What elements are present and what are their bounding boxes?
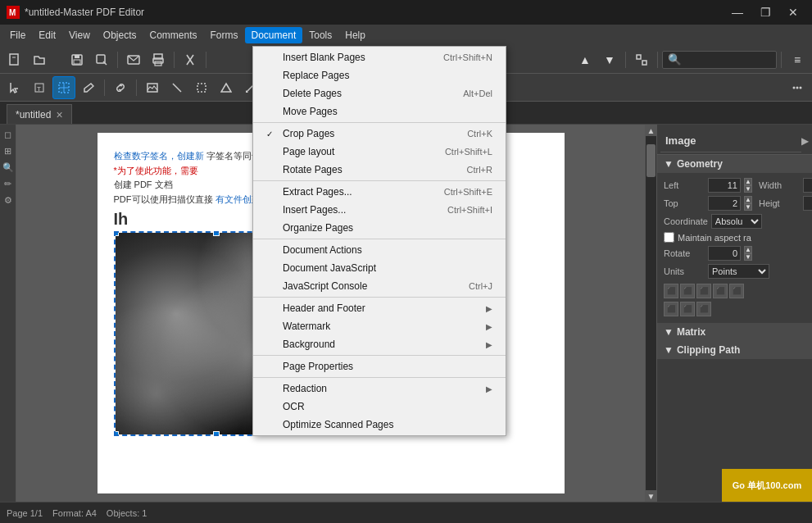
- tab-close-btn[interactable]: ×: [56, 108, 62, 121]
- new-btn[interactable]: [3, 48, 26, 71]
- tab-untitled[interactable]: *untitled ×: [7, 104, 72, 124]
- clipping-section-header[interactable]: ▼ Clipping Path: [657, 341, 812, 359]
- save-as-btn[interactable]: [90, 48, 113, 71]
- menu-help[interactable]: Help: [338, 27, 372, 43]
- cut-btn[interactable]: [179, 48, 202, 71]
- width-input[interactable]: [803, 178, 812, 193]
- crop-btn[interactable]: [190, 76, 213, 99]
- panel-btn-3[interactable]: 🔍: [2, 161, 15, 174]
- panel-btn-4[interactable]: ✏: [2, 177, 15, 190]
- align-center-btn[interactable]: ⬛: [680, 284, 695, 298]
- prev-page-btn[interactable]: ▲: [574, 48, 597, 71]
- menu-organize-pages[interactable]: Organize Pages: [253, 219, 506, 237]
- scroll-thumb[interactable]: [646, 144, 655, 177]
- menu-objects[interactable]: Objects: [97, 27, 143, 43]
- cursor2-btn[interactable]: [166, 76, 188, 99]
- menu-crop-pages[interactable]: ✓ Crop Pages Ctrl+K: [253, 125, 506, 143]
- print-btn[interactable]: [147, 48, 170, 71]
- edit-content-btn[interactable]: [77, 76, 100, 99]
- email-btn[interactable]: [122, 48, 145, 71]
- rotate-up-btn[interactable]: ▲: [744, 246, 752, 253]
- menu-file[interactable]: File: [3, 27, 32, 43]
- handle-bm[interactable]: [213, 431, 220, 436]
- menu-view[interactable]: View: [62, 27, 97, 43]
- menu-replace-pages[interactable]: Replace Pages: [253, 66, 506, 84]
- menu-page-props[interactable]: Page Properties: [253, 357, 506, 375]
- menu-js-console[interactable]: JavaScript Console Ctrl+J: [253, 277, 506, 295]
- panel-nav-arrow[interactable]: ▶: [801, 135, 809, 147]
- restore-button[interactable]: ❐: [753, 4, 778, 20]
- menu-move-pages[interactable]: Move Pages: [253, 102, 506, 121]
- search-input[interactable]: [662, 51, 777, 69]
- menu-comments[interactable]: Comments: [143, 27, 204, 43]
- units-select[interactable]: Points Inches Millimeters: [708, 264, 769, 279]
- top-input[interactable]: [708, 196, 741, 211]
- matrix-section-header[interactable]: ▼ Matrix: [657, 323, 812, 341]
- left-up-btn[interactable]: ▲: [744, 178, 752, 185]
- image-btn[interactable]: [141, 76, 164, 99]
- scroll-up-btn[interactable]: ▲: [646, 125, 657, 136]
- left-input[interactable]: [708, 178, 741, 193]
- cursor-btn[interactable]: [3, 76, 26, 99]
- open-btn[interactable]: [28, 48, 51, 71]
- units-label: Units: [664, 266, 705, 276]
- menu-doc-actions[interactable]: Document Actions: [253, 241, 506, 259]
- aspect-ratio-checkbox[interactable]: [664, 232, 674, 243]
- rotate-down-btn[interactable]: ▼: [744, 253, 752, 261]
- menu-optimize[interactable]: Optimize Scanned Pages: [253, 416, 506, 434]
- menu-edit[interactable]: Edit: [32, 27, 62, 43]
- menu-btn[interactable]: ≡: [786, 48, 809, 71]
- geometry-section-header[interactable]: ▼ Geometry: [657, 155, 812, 173]
- save-btn[interactable]: [66, 48, 88, 71]
- menu-watermark[interactable]: Watermark ▶: [253, 317, 506, 335]
- coordinate-select[interactable]: Absolu Relative: [711, 214, 762, 229]
- height-input[interactable]: [803, 196, 812, 211]
- select-object-btn[interactable]: [52, 76, 75, 99]
- menu-page-layout[interactable]: Page layout Ctrl+Shift+L: [253, 143, 506, 161]
- distribute-v-btn[interactable]: ⬛: [696, 302, 711, 316]
- organize-pages-label: Organize Pages: [283, 222, 353, 234]
- menu-tools[interactable]: Tools: [302, 27, 338, 43]
- close-button[interactable]: ✕: [781, 4, 805, 20]
- menu-redaction[interactable]: Redaction ▶: [253, 380, 506, 398]
- redaction-submenu-arrow: ▶: [486, 384, 492, 393]
- top-up-btn[interactable]: ▲: [744, 196, 752, 203]
- scroll-track[interactable]: [646, 136, 656, 490]
- panel-btn-2[interactable]: ⊞: [2, 144, 15, 157]
- handle-tm[interactable]: [213, 231, 220, 236]
- menu-doc-js[interactable]: Document JavaScript: [253, 259, 506, 277]
- background-label: Background: [283, 339, 335, 350]
- align-middle-btn[interactable]: ⬛: [729, 284, 744, 298]
- menu-ocr[interactable]: OCR: [253, 398, 506, 416]
- extra-btn[interactable]: [786, 76, 809, 99]
- align-bottom-btn[interactable]: ⬛: [664, 302, 678, 316]
- distribute-h-btn[interactable]: ⬛: [680, 302, 695, 316]
- top-down-btn[interactable]: ▼: [744, 203, 752, 211]
- link-btn[interactable]: [109, 76, 132, 99]
- menu-header-footer[interactable]: Header and Footer ▶: [253, 299, 506, 317]
- align-top-btn[interactable]: ⬛: [713, 284, 728, 298]
- minimize-button[interactable]: —: [725, 4, 750, 20]
- menu-insert-blank[interactable]: Insert Blank Pages Ctrl+Shift+N: [253, 48, 506, 66]
- left-stepper: ▲ ▼: [744, 178, 752, 193]
- rotate-input[interactable]: [708, 246, 741, 261]
- handle-tl[interactable]: [114, 231, 119, 236]
- menu-rotate-pages[interactable]: Rotate Pages Ctrl+R: [253, 161, 506, 179]
- handle-bl[interactable]: [114, 431, 119, 436]
- menu-forms[interactable]: Forms: [204, 27, 245, 43]
- align-left-btn[interactable]: ⬛: [664, 284, 678, 298]
- menu-delete-pages[interactable]: Delete Pages Alt+Del: [253, 84, 506, 102]
- panel-btn-1[interactable]: ◻: [2, 128, 15, 141]
- shape-btn[interactable]: [215, 76, 238, 99]
- scroll-down-btn[interactable]: ▼: [646, 490, 657, 502]
- fit-page-btn[interactable]: [630, 48, 653, 71]
- menu-background[interactable]: Background ▶: [253, 335, 506, 353]
- menu-document[interactable]: Document: [245, 27, 303, 43]
- menu-insert-pages[interactable]: Insert Pages... Ctrl+Shift+I: [253, 201, 506, 219]
- next-page-btn[interactable]: ▼: [598, 48, 621, 71]
- text-select-btn[interactable]: T: [28, 76, 51, 99]
- align-right-btn[interactable]: ⬛: [696, 284, 711, 298]
- panel-btn-5[interactable]: ⚙: [2, 193, 15, 207]
- menu-extract-pages[interactable]: Extract Pages... Ctrl+Shift+E: [253, 183, 506, 201]
- left-down-btn[interactable]: ▼: [744, 185, 752, 193]
